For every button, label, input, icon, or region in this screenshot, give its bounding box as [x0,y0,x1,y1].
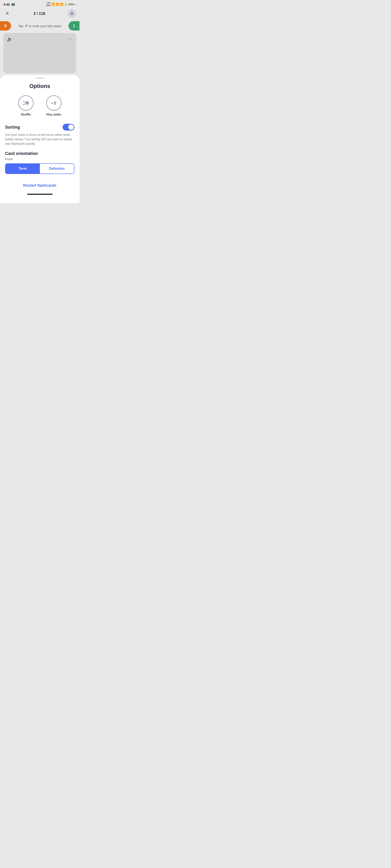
card-orientation-section: Card orientation Front Term Definition [5,151,74,174]
undo-message[interactable]: Tap ↺ to undo your last swipe [18,24,61,28]
shuffle-icon [22,99,30,107]
front-label: Front [5,157,74,161]
battery-dot: ● [75,3,76,5]
definition-button[interactable]: Definition [40,164,74,174]
flashcard-area[interactable]: 🔊 ☆ [3,33,76,73]
restart-flashcards-button[interactable]: Restart flashcards [5,180,74,191]
options-title: Options [5,83,74,89]
orientation-toggle-group: Term Definition [5,163,74,174]
signal-bars-icon-2: 📶 [56,3,59,6]
status-time-area: 4:42 📹 [3,2,15,6]
play-audio-label: Play audio [46,113,61,116]
toggle-track [63,124,74,130]
close-icon: ✕ [5,11,9,16]
tap-label: Tap [18,24,23,28]
settings-icon: ⚙ [70,11,74,16]
undo-message-text: to undo your last swipe [29,24,61,28]
status-time: 4:42 [3,3,10,6]
options-row: Shuffle Play audio [5,95,74,116]
card-star-icon[interactable]: ☆ [68,36,73,42]
sorting-description: Sort your cards to focus on the terms wh… [5,133,74,146]
shuffle-label: Shuffle [21,113,31,116]
wifi-icon: 📶 [60,3,63,6]
play-audio-circle [46,95,61,111]
sorting-title: Sorting [5,125,20,130]
right-score: 1 [73,24,75,28]
home-indicator [27,194,53,195]
options-bottom-sheet: Options Shuffle [0,75,80,203]
right-score-badge: 1 [68,21,80,31]
card-audio-icon[interactable]: 🔊 [7,36,12,42]
shuffle-circle [18,95,33,111]
shuffle-option[interactable]: Shuffle [18,95,33,116]
sorting-toggle[interactable] [63,124,74,130]
camera-icon: 📹 [11,2,15,6]
term-button[interactable]: Term [5,164,40,174]
undo-arrow-icon: ↺ [25,24,28,28]
status-bar: 4:42 📹 1.81KB/s 📶 📶 📶 🔋 54% ● [0,0,80,8]
network-speed: 1.81KB/s [46,2,51,7]
signal-bars-icon: 📶 [52,3,55,6]
sorting-section: Sorting Sort your cards to focus on the … [5,124,74,146]
left-score: 0 [4,24,7,28]
undo-bar: 0 Tap ↺ to undo your last swipe 1 [0,20,80,33]
definition-label: Definition [49,167,65,170]
play-audio-option[interactable]: Play audio [46,95,61,116]
toggle-thumb [68,124,74,130]
sorting-header: Sorting [5,124,74,130]
top-nav: ✕ 2 / 118 ⚙ [0,8,80,20]
sheet-handle [36,78,44,79]
restart-label: Restart flashcards [23,183,56,188]
left-score-badge: 0 [0,21,11,31]
settings-button[interactable]: ⚙ [68,9,76,18]
term-label: Term [19,167,27,170]
battery-percent: 54% [68,3,74,6]
close-button[interactable]: ✕ [3,10,11,18]
status-right-area: 1.81KB/s 📶 📶 📶 🔋 54% ● [46,2,76,7]
battery-icon: 🔋 [64,3,68,6]
card-orientation-title: Card orientation [5,151,74,156]
page-counter: 2 / 118 [33,11,45,16]
audio-icon [50,99,58,107]
